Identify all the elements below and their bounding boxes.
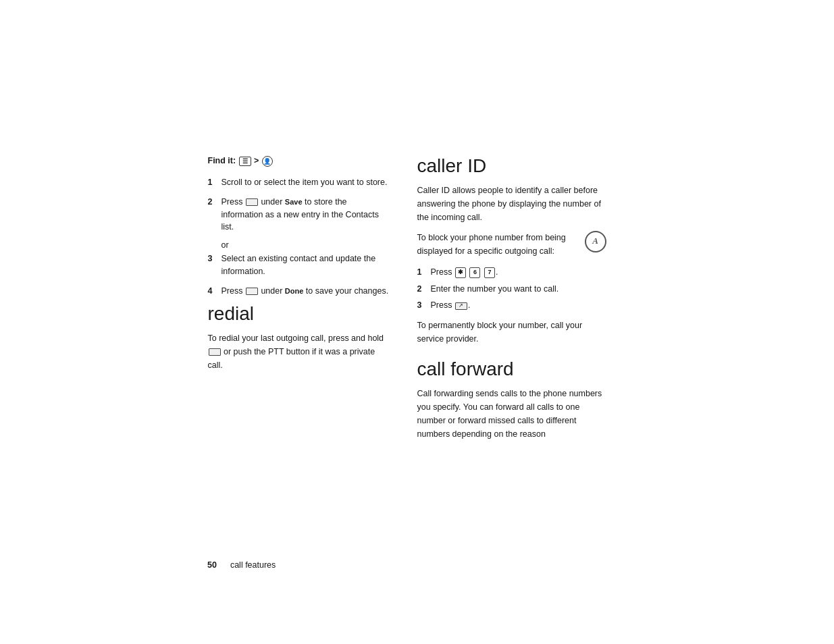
call-forward-heading: call forward bbox=[417, 359, 606, 380]
steps-list-2: 3 Select an existing contact and update … bbox=[208, 252, 390, 297]
softkey-icon-save bbox=[246, 198, 258, 206]
call-forward-text: Call forwarding sends calls to the phone… bbox=[417, 387, 606, 441]
cid-step-1-num: 1 bbox=[417, 266, 425, 279]
step-2: 2 Press under Save to store the informat… bbox=[208, 196, 390, 234]
caller-id-heading: caller ID bbox=[417, 156, 606, 177]
cid-step-2-content: Enter the number you want to call. bbox=[431, 283, 606, 296]
caller-id-step-2: 2 Enter the number you want to call. bbox=[417, 283, 606, 296]
step-1: 1 Scroll to or select the item you want … bbox=[208, 176, 390, 189]
caller-id-footer: To permanently block your number, call y… bbox=[417, 319, 606, 346]
step-4: 4 Press under Done to save your changes. bbox=[208, 285, 390, 298]
menu-icon: ☰ bbox=[239, 157, 251, 166]
step-1-num: 1 bbox=[208, 176, 216, 189]
redial-text: To redial your last outgoing call, press… bbox=[208, 331, 390, 372]
cid-step-3-num: 3 bbox=[417, 299, 425, 312]
star-key-icon: ✱ bbox=[455, 267, 466, 278]
find-it: Find it: ☰ > 👤 bbox=[208, 156, 390, 167]
softkey-icon-done bbox=[246, 288, 258, 295]
phone-send-icon: ↗ bbox=[455, 302, 467, 310]
step-4-num: 4 bbox=[208, 285, 216, 298]
page-footer: 50 call features bbox=[207, 560, 276, 570]
step-2-content: Press under Save to store the informatio… bbox=[221, 196, 390, 234]
step-4-content: Press under Done to save your changes. bbox=[221, 285, 390, 298]
page-number: 50 bbox=[207, 560, 217, 570]
call-forward-block: call forward Call forwarding sends calls… bbox=[417, 359, 606, 441]
find-it-label: Find it: bbox=[208, 156, 236, 165]
step-3-num: 3 bbox=[208, 252, 216, 278]
caller-id-hint: To block your phone number from being di… bbox=[417, 231, 606, 258]
step-1-content: Scroll to or select the item you want to… bbox=[221, 176, 390, 189]
cid-step-1-content: Press ✱ 6 7. bbox=[431, 266, 606, 279]
seven-key-icon: 7 bbox=[484, 267, 495, 278]
save-label: Save bbox=[285, 198, 303, 206]
or-text: or bbox=[221, 240, 390, 250]
caller-id-steps: 1 Press ✱ 6 7. 2 Enter the number you wa… bbox=[417, 266, 606, 312]
caller-id-intro: Caller ID allows people to identify a ca… bbox=[417, 184, 606, 224]
left-column: Find it: ☰ > 👤 1 Scroll to or select the… bbox=[208, 156, 390, 448]
content-area: Find it: ☰ > 👤 1 Scroll to or select the… bbox=[208, 156, 627, 448]
step-2-num: 2 bbox=[208, 196, 216, 234]
done-label: Done bbox=[285, 287, 304, 295]
caller-id-block-text: To block your phone number from being di… bbox=[417, 231, 579, 258]
cid-step-3-content: Press ↗. bbox=[431, 299, 606, 312]
steps-list: 1 Scroll to or select the item you want … bbox=[208, 176, 390, 234]
redial-section: redial To redial your last outgoing call… bbox=[208, 304, 390, 372]
contacts-icon: 👤 bbox=[262, 156, 273, 167]
softkey-icon-redial bbox=[209, 348, 221, 356]
caller-id-step-1: 1 Press ✱ 6 7. bbox=[417, 266, 606, 279]
caller-id-step-3: 3 Press ↗. bbox=[417, 299, 606, 312]
right-column: caller ID Caller ID allows people to ide… bbox=[417, 156, 606, 448]
accessibility-icon: A bbox=[585, 231, 606, 252]
caller-id-block: caller ID Caller ID allows people to ide… bbox=[417, 156, 606, 346]
step-3-content: Select an existing contact and update th… bbox=[221, 252, 390, 278]
page-container: Find it: ☰ > 👤 1 Scroll to or select the… bbox=[0, 0, 834, 644]
footer-label: call features bbox=[230, 560, 276, 570]
step-3: 3 Select an existing contact and update … bbox=[208, 252, 390, 278]
cid-step-2-num: 2 bbox=[417, 283, 425, 296]
redial-heading: redial bbox=[208, 304, 390, 325]
six-key-icon: 6 bbox=[469, 267, 480, 278]
